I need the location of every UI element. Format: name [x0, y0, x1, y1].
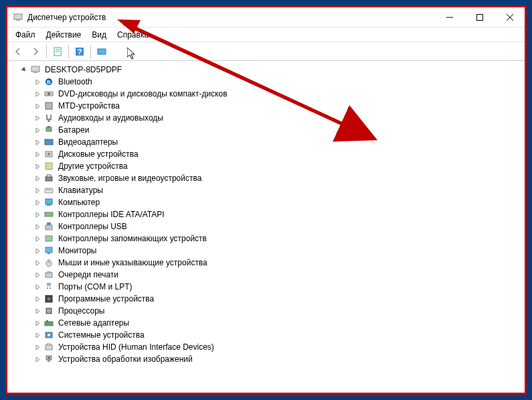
- tree-category-node[interactable]: Порты (COM и LPT): [33, 281, 525, 293]
- svg-point-19: [48, 119, 50, 122]
- category-icon: [43, 342, 54, 352]
- tree-category-node[interactable]: Аудиовходы и аудиовыходы: [33, 112, 525, 124]
- expander-icon[interactable]: [33, 113, 42, 123]
- category-icon: [43, 161, 54, 172]
- category-icon: [43, 137, 54, 147]
- svg-rect-12: [31, 66, 39, 72]
- expander-icon[interactable]: [33, 342, 42, 352]
- category-label: Порты (COM и LPT): [57, 282, 134, 291]
- expander-icon[interactable]: [33, 125, 42, 135]
- category-icon: [43, 125, 54, 135]
- tree-category-node[interactable]: Программные устройства: [33, 293, 525, 305]
- tree-category-node[interactable]: MTD-устройства: [33, 100, 525, 112]
- tree-category-node[interactable]: Системные устройства: [33, 329, 525, 341]
- expander-icon[interactable]: [33, 222, 42, 231]
- toolbar-help-button[interactable]: ?: [72, 44, 88, 60]
- expander-icon[interactable]: [33, 77, 42, 86]
- expander-icon[interactable]: [33, 354, 42, 364]
- expander-icon[interactable]: [33, 330, 42, 340]
- category-label: Звуковые, игровые и видеоустройства: [57, 174, 203, 183]
- category-label: DVD-дисководы и дисководы компакт-дисков: [57, 89, 229, 98]
- category-icon: [43, 149, 54, 159]
- expander-icon[interactable]: [33, 318, 42, 328]
- svg-rect-48: [45, 322, 53, 326]
- svg-rect-11: [98, 49, 106, 54]
- svg-rect-20: [46, 127, 52, 131]
- tree-category-node[interactable]: Устройства обработки изображений: [33, 353, 525, 365]
- tree-category-node[interactable]: DVD-дисководы и дисководы компакт-дисков: [33, 88, 525, 100]
- svg-rect-36: [48, 253, 50, 254]
- menu-action[interactable]: Действие: [41, 29, 87, 41]
- expander-icon[interactable]: [33, 161, 42, 171]
- category-label: Контроллеры запоминающих устройств: [57, 234, 208, 243]
- app-icon: [13, 12, 23, 23]
- toolbar-forward-button[interactable]: [27, 44, 43, 60]
- tree-category-node[interactable]: Устройства HID (Human Interface Devices): [33, 341, 525, 353]
- toolbar-scan-button[interactable]: [94, 44, 110, 60]
- category-label: Видеоадаптеры: [57, 137, 119, 147]
- svg-point-51: [48, 334, 50, 336]
- device-tree[interactable]: DESKTOP-8D5PDPF BBluetoothDVD-дисководы …: [7, 61, 525, 393]
- tree-category-node[interactable]: Контроллеры запоминающих устройств: [33, 232, 525, 245]
- expander-icon[interactable]: [33, 282, 42, 291]
- expander-icon[interactable]: [33, 306, 42, 316]
- expander-icon[interactable]: [33, 101, 42, 111]
- category-label: Дисковые устройства: [57, 149, 140, 159]
- tree-category-node[interactable]: Компьютер: [33, 196, 525, 208]
- tree-category-node[interactable]: Мыши и иные указывающие устройства: [33, 257, 525, 269]
- close-button[interactable]: [495, 7, 525, 27]
- expander-icon[interactable]: [33, 246, 42, 255]
- tree-category-node[interactable]: Мониторы: [33, 245, 525, 257]
- tree-category-node[interactable]: Контроллеры IDE ATA/ATAPI: [33, 208, 525, 220]
- expander-icon[interactable]: [19, 65, 29, 74]
- toolbar-back-button[interactable]: [10, 44, 26, 60]
- expander-icon[interactable]: [33, 137, 42, 147]
- category-icon: B: [43, 76, 54, 87]
- svg-text:B: B: [47, 79, 51, 85]
- svg-rect-40: [47, 271, 51, 273]
- category-label: Другие устройства: [57, 161, 129, 171]
- toolbar-properties-button[interactable]: [50, 44, 66, 60]
- expander-icon[interactable]: [33, 198, 42, 207]
- tree-category-node[interactable]: Видеоадаптеры: [33, 136, 525, 148]
- svg-rect-49: [46, 320, 48, 322]
- expander-icon[interactable]: [33, 294, 42, 304]
- expander-icon[interactable]: [33, 186, 42, 195]
- tree-root-node[interactable]: DESKTOP-8D5PDPF: [19, 64, 525, 76]
- expander-icon[interactable]: [33, 234, 42, 243]
- svg-rect-0: [14, 14, 22, 19]
- expander-icon[interactable]: [33, 174, 42, 183]
- expander-icon[interactable]: [33, 149, 42, 159]
- expander-icon[interactable]: [33, 210, 42, 219]
- category-icon: [43, 318, 54, 328]
- menu-view[interactable]: Вид: [86, 29, 112, 41]
- tree-category-node[interactable]: BBluetooth: [33, 76, 525, 88]
- menu-file[interactable]: Файл: [10, 29, 41, 41]
- maximize-button[interactable]: [464, 7, 495, 27]
- expander-icon[interactable]: [33, 89, 42, 98]
- tree-category-node[interactable]: Другие устройства: [33, 160, 525, 172]
- tree-category-node[interactable]: Очереди печати: [33, 269, 525, 281]
- category-label: Мыши и иные указывающие устройства: [57, 258, 209, 267]
- tree-category-node[interactable]: Звуковые, игровые и видеоустройства: [33, 172, 525, 184]
- svg-point-17: [48, 92, 50, 95]
- svg-point-45: [48, 297, 50, 300]
- root-label: DESKTOP-8D5PDPF: [43, 65, 123, 74]
- tree-category-node[interactable]: Контроллеры USB: [33, 220, 525, 232]
- tree-category-node[interactable]: Сетевые адаптеры: [33, 317, 525, 329]
- svg-point-24: [48, 153, 50, 155]
- svg-rect-41: [47, 283, 51, 286]
- tree-category-node[interactable]: Процессоры: [33, 305, 525, 317]
- expander-icon[interactable]: [33, 258, 42, 267]
- tree-category-node[interactable]: Дисковые устройства: [33, 148, 525, 160]
- svg-rect-3: [476, 14, 482, 20]
- tree-category-node[interactable]: Батареи: [33, 124, 525, 136]
- menu-help[interactable]: Справка: [112, 29, 154, 41]
- expander-icon[interactable]: [33, 270, 42, 279]
- category-label: Устройства обработки изображений: [57, 354, 194, 364]
- svg-rect-32: [47, 222, 51, 225]
- svg-rect-33: [46, 225, 52, 230]
- tree-category-node[interactable]: Клавиатуры: [33, 184, 525, 196]
- category-label: Bluetooth: [57, 77, 94, 86]
- minimize-button[interactable]: [434, 7, 464, 27]
